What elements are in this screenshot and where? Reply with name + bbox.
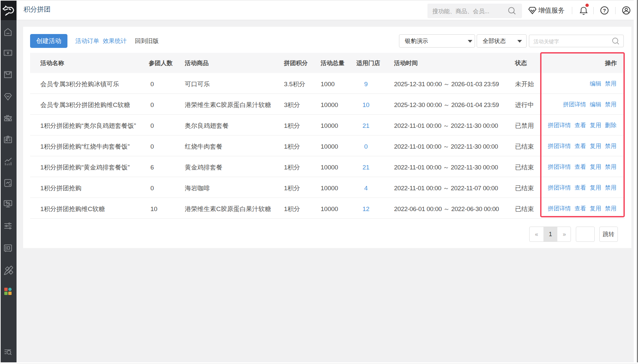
- svg-text:?: ?: [603, 8, 606, 13]
